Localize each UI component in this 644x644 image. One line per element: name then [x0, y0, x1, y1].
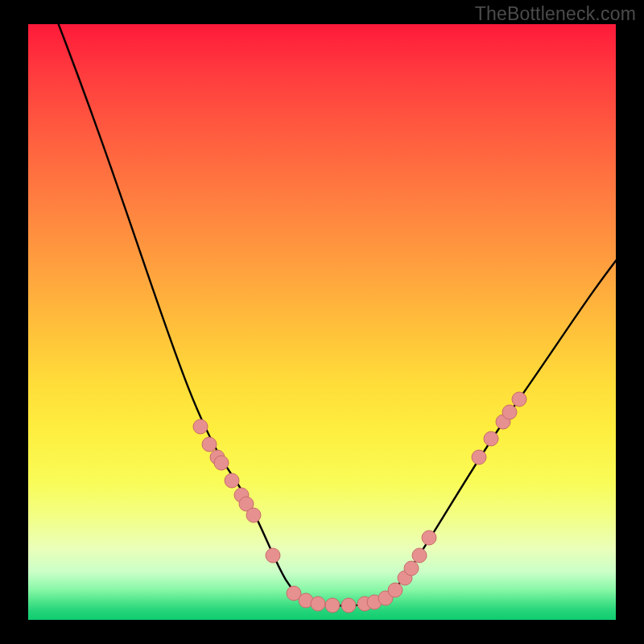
data-marker — [512, 392, 526, 407]
bottleneck-curve — [52, 8, 628, 606]
data-marker — [404, 561, 419, 576]
data-marker — [484, 431, 498, 446]
data-marker — [472, 450, 486, 464]
chart-frame: TheBottleneck.com — [0, 0, 644, 644]
data-marker — [412, 548, 427, 563]
data-marker — [422, 530, 436, 545]
data-marker — [311, 597, 325, 611]
chart-svg — [28, 24, 616, 620]
marker-group — [193, 392, 526, 613]
plot-area — [28, 24, 616, 620]
data-marker — [341, 598, 356, 613]
watermark-text: TheBottleneck.com — [475, 3, 636, 25]
data-marker — [202, 437, 217, 452]
data-marker — [502, 405, 517, 419]
data-marker — [266, 548, 280, 563]
data-marker — [214, 456, 229, 470]
data-marker — [225, 473, 239, 488]
data-marker — [388, 583, 402, 597]
data-marker — [193, 419, 208, 434]
data-marker — [246, 508, 261, 522]
data-marker — [325, 598, 340, 613]
